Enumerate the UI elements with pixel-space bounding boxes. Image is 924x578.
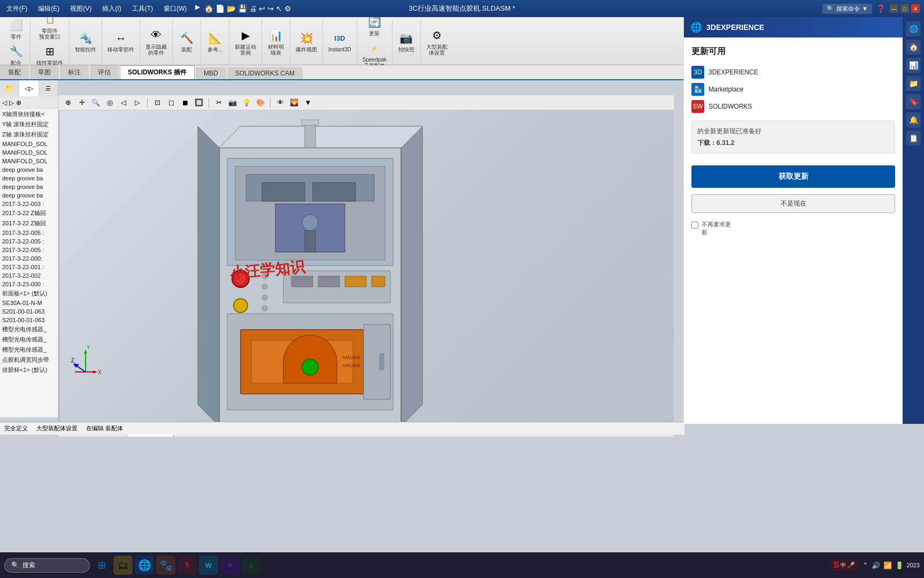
tree-item[interactable]: Y轴 滚珠丝杆固定 (0, 119, 58, 130)
vt-pan-icon[interactable]: ✛ (76, 97, 88, 109)
tree-tab-config[interactable]: ☰ (39, 80, 58, 96)
vt-light-icon[interactable]: 💡 (241, 97, 252, 109)
vt-previous-view-icon[interactable]: ◁ (118, 97, 129, 109)
vt-shaded-edges-icon[interactable]: 🔲 (193, 97, 205, 109)
exp-item-3dexp[interactable]: 3D 3DEXPERIENCE (691, 64, 895, 81)
tree-item[interactable]: SE30A-01-N-M (0, 299, 58, 307)
taskbar-app4-icon[interactable]: S (220, 556, 240, 575)
tree-item[interactable]: 2017-3-22-003 : (0, 200, 58, 208)
tree-item[interactable]: 2017-3-22-000: (0, 254, 58, 263)
tree-item[interactable]: X轴滑块转接板< (0, 109, 58, 119)
toolbar-smart-button[interactable]: 🔩 智能扣件 (73, 28, 98, 54)
panel-resize-handle[interactable] (58, 110, 60, 422)
toolbar-move-button[interactable]: ↔ 移动零部件 (105, 28, 136, 54)
exp-item-marketplace[interactable]: 🏪 Marketplace (691, 81, 895, 98)
minimize-button[interactable]: — (890, 4, 898, 13)
battery-icon[interactable]: 🔋 (895, 561, 904, 569)
search-expand-icon[interactable]: ▼ (862, 5, 868, 12)
home-icon[interactable]: 🏠 (204, 4, 213, 13)
new-icon[interactable]: 📄 (215, 4, 225, 13)
menu-file[interactable]: 文件(F) (4, 3, 29, 14)
menu-insert[interactable]: 插入(I) (100, 3, 123, 14)
tree-item[interactable]: MANIFOLD_SOL (0, 140, 58, 148)
tree-item[interactable]: MANIFOLD_SOL (0, 148, 58, 157)
window-controls[interactable]: — □ ✕ (890, 4, 920, 13)
taskbar-search[interactable]: 🔍 搜索 (4, 558, 90, 573)
vt-appearance-icon[interactable]: 🎨 (255, 97, 266, 109)
toolbar-bom-button[interactable]: 📊 材料明细表 (265, 26, 287, 57)
menu-tools[interactable]: 工具(T) (130, 3, 155, 14)
tree-item[interactable]: 2017-3-22-005 : (0, 229, 58, 237)
not-now-button[interactable]: 不是现在 (691, 194, 895, 213)
vt-camera-icon[interactable]: 📷 (227, 97, 238, 109)
tab-evaluate[interactable]: 评估 (90, 65, 119, 79)
toolbar-instant3d-button[interactable]: I3D Instant3D (326, 28, 353, 54)
tree-item[interactable]: 前面板<1> (默认) (0, 288, 58, 299)
vt-display-icon[interactable]: 👁 (274, 97, 286, 109)
no-remind-checkbox[interactable] (691, 222, 698, 229)
tab-solidworks-cam[interactable]: SOLIDWORKS CAM (227, 67, 303, 79)
rp-folder-icon[interactable]: 📁 (906, 76, 921, 91)
toolbar-assemble-button[interactable]: 🔨 装配 (176, 28, 197, 54)
print-icon[interactable]: 🖨 (249, 4, 257, 13)
undo-icon[interactable]: ↩ (259, 4, 265, 13)
close-button[interactable]: ✕ (911, 4, 920, 13)
vt-scene-icon[interactable]: 🌄 (288, 97, 300, 109)
rp-chart-icon[interactable]: 📊 (906, 58, 921, 73)
volume-icon[interactable]: 🔊 (872, 561, 880, 569)
toolbar-ref-button[interactable]: 📐 参考... (204, 28, 226, 54)
vt-zoom-fit-icon[interactable]: ⊕ (62, 97, 74, 109)
tree-item[interactable]: 点胶机调宽同步带 (0, 355, 58, 365)
toolbar-motion-button[interactable]: ▶ 新建运动算例 (233, 26, 258, 57)
tab-sketch[interactable]: 草图 (30, 65, 59, 79)
rp-bell-icon[interactable]: 🔔 (906, 112, 921, 127)
toolbar-mate-button[interactable]: 🔧 配合 (5, 42, 27, 67)
tree-item[interactable]: 槽型光电传感器_ (0, 334, 58, 345)
menu-more[interactable]: ▶ (195, 3, 200, 14)
tree-item[interactable]: 2017-3-23-000 : (0, 280, 58, 288)
tree-expand-icon[interactable]: ⊕ (16, 99, 21, 107)
taskbar-edge-icon[interactable]: 🌐 (135, 556, 154, 575)
taskbar-windows-icon[interactable]: ⊞ (92, 556, 111, 575)
cursor-icon[interactable]: ↖ (276, 4, 282, 13)
taskbar-app5-icon[interactable]: S (242, 556, 261, 575)
vt-more-icon[interactable]: ▼ (302, 97, 314, 109)
tree-item[interactable]: deep groove ba (0, 191, 58, 200)
rp-home-icon[interactable]: 🏠 (906, 40, 921, 55)
tree-item[interactable]: 2017-3-22-002 (0, 271, 58, 280)
tree-item[interactable]: 槽型光电传感器_ (0, 324, 58, 334)
save-icon[interactable]: 💾 (238, 4, 247, 13)
tree-tab-nav[interactable]: ◁▷ (19, 80, 38, 96)
menu-bar[interactable]: 文件(F) 编辑(E) 视图(V) 插入(I) 工具(T) 窗口(W) ▶ (4, 3, 200, 14)
taskbar-app3-icon[interactable]: W (199, 556, 218, 575)
settings-gear-icon[interactable]: ⚙ (284, 4, 291, 13)
get-update-button[interactable]: 获取更新 (691, 165, 895, 188)
tree-item[interactable]: deep groove ba (0, 165, 58, 174)
taskbar-file-explorer-icon[interactable]: 🗂 (113, 556, 133, 575)
redo-icon[interactable]: ↪ (267, 4, 274, 13)
tab-assemble[interactable]: 装配 (0, 65, 29, 79)
maximize-button[interactable]: □ (900, 4, 909, 13)
exp-item-solidworks[interactable]: SW SOLIDWORKS (691, 98, 895, 115)
taskbar-app1-icon[interactable]: 🐾 (156, 556, 175, 575)
toolbar-show-hide-button[interactable]: 👁 显示隐藏的零件 (143, 26, 169, 57)
tab-annotation[interactable]: 标注 (60, 65, 89, 79)
menu-edit[interactable]: 编辑(E) (36, 3, 61, 14)
tree-item[interactable]: deep groove ba (0, 182, 58, 191)
help-icon[interactable]: ❓ (876, 4, 886, 13)
tree-item[interactable]: 2017-3-22-001 : (0, 263, 58, 271)
tree-forward-icon[interactable]: ▷ (9, 99, 14, 107)
tab-solidworks-plugins[interactable]: SOLIDWORKS 插件 (120, 65, 195, 79)
tree-item[interactable]: 2017-3-22 Z轴回 (0, 218, 58, 229)
tree-item[interactable]: 2017-3-22-005 : (0, 246, 58, 254)
tree-item[interactable]: Z轴 滚珠丝杆固定 (0, 130, 58, 140)
tree-item[interactable]: S201-00-01-063 (0, 316, 58, 324)
tree-item[interactable]: 槽型光电传感器_ (0, 345, 58, 355)
toolbar-parts-button[interactable]: ⬜ 零件 (5, 16, 27, 41)
vt-next-view-icon[interactable]: ▷ (132, 97, 143, 109)
rp-globe-icon[interactable]: 🌐 (906, 21, 921, 36)
tree-item[interactable]: 排胶杯<1> (默认) (0, 365, 58, 375)
tree-item[interactable]: deep groove ba (0, 174, 58, 182)
menu-view[interactable]: 视图(V) (68, 3, 94, 14)
toolbar-snapshot-button[interactable]: 📷 拍快照 (396, 28, 417, 54)
